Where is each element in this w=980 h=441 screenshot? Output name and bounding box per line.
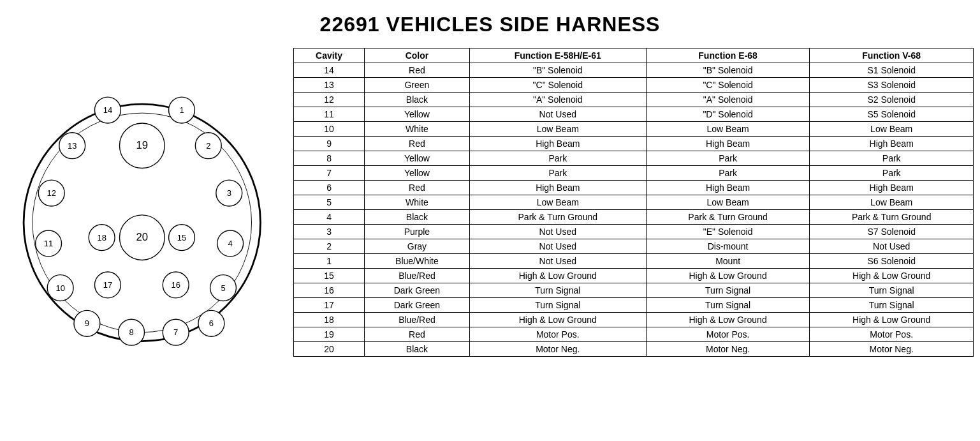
table-cell-18-1: Red [365,327,470,342]
table-cell-10-4: Park & Turn Ground [810,210,974,225]
table-cell-17-0: 18 [294,313,365,327]
svg-text:13: 13 [68,141,77,151]
table-cell-3-3: "D" Solenoid [646,107,810,122]
table-cell-0-4: S1 Solenoid [810,63,974,78]
table-cell-4-2: Low Beam [469,122,646,137]
table-cell-13-1: Blue/White [365,254,470,269]
table-cell-17-2: High & Low Ground [469,313,646,327]
col-header-cavity: Cavity [294,49,365,63]
table-cell-2-4: S2 Solenoid [810,93,974,107]
table-row: 4BlackPark & Turn GroundPark & Turn Grou… [294,210,974,225]
table-cell-6-2: Park [469,151,646,166]
table-cell-8-0: 6 [294,181,365,195]
table-cell-12-1: Gray [365,239,470,254]
table-cell-12-3: Dis-mount [646,239,810,254]
svg-text:6: 6 [209,318,214,328]
svg-text:7: 7 [173,327,178,337]
table-cell-15-3: Turn Signal [646,283,810,298]
table-cell-14-4: High & Low Ground [810,269,974,283]
table-cell-15-2: Turn Signal [469,283,646,298]
table-cell-8-2: High Beam [469,181,646,195]
svg-text:8: 8 [129,327,133,337]
table-cell-7-0: 7 [294,166,365,181]
svg-text:12: 12 [47,188,55,198]
table-cell-1-4: S3 Solenoid [810,78,974,93]
table-cell-9-1: White [365,195,470,210]
table-cell-19-2: Motor Neg. [469,342,646,357]
table-cell-11-0: 3 [294,225,365,239]
connector-diagram: 1411319212311182015410171659876 [6,48,274,380]
table-row: 11YellowNot Used"D" SolenoidS5 Solenoid [294,107,974,122]
svg-text:16: 16 [171,280,180,290]
table-cell-19-4: Motor Neg. [810,342,974,357]
connector-svg: 1411319212311182015410171659876 [6,48,274,380]
table-row: 8YellowParkParkPark [294,151,974,166]
table-cell-11-3: "E" Solenoid [646,225,810,239]
table-cell-8-1: Red [365,181,470,195]
table-row: 18Blue/RedHigh & Low GroundHigh & Low Gr… [294,313,974,327]
table-cell-2-3: "A" Solenoid [646,93,810,107]
table-cell-12-0: 2 [294,239,365,254]
svg-text:2: 2 [206,141,210,151]
table-cell-14-0: 15 [294,269,365,283]
svg-text:10: 10 [55,283,64,293]
table-cell-13-3: Mount [646,254,810,269]
table-row: 17Dark GreenTurn SignalTurn SignalTurn S… [294,298,974,313]
table-cell-11-2: Not Used [469,225,646,239]
table-row: 1Blue/WhiteNot UsedMountS6 Solenoid [294,254,974,269]
table-cell-6-0: 8 [294,151,365,166]
table-cell-9-3: Low Beam [646,195,810,210]
svg-text:18: 18 [97,233,106,243]
table-cell-3-4: S5 Solenoid [810,107,974,122]
table-cell-14-2: High & Low Ground [469,269,646,283]
table-row: 10WhiteLow BeamLow BeamLow Beam [294,122,974,137]
table-row: 7YellowParkParkPark [294,166,974,181]
table-cell-11-4: S7 Solenoid [810,225,974,239]
table-cell-9-2: Low Beam [469,195,646,210]
table-cell-5-2: High Beam [469,137,646,151]
table-cell-4-1: White [365,122,470,137]
table-cell-8-3: High Beam [646,181,810,195]
table-cell-16-2: Turn Signal [469,298,646,313]
table-cell-14-3: High & Low Ground [646,269,810,283]
table-row: 20BlackMotor Neg.Motor Neg.Motor Neg. [294,342,974,357]
table-cell-16-4: Turn Signal [810,298,974,313]
table-cell-4-3: Low Beam [646,122,810,137]
table-row: 14Red"B" Solenoid"B" SolenoidS1 Solenoid [294,63,974,78]
table-cell-18-4: Motor Pos. [810,327,974,342]
table-cell-3-2: Not Used [469,107,646,122]
table-cell-5-1: Red [365,137,470,151]
table-cell-5-3: High Beam [646,137,810,151]
table-cell-7-1: Yellow [365,166,470,181]
table-cell-10-0: 4 [294,210,365,225]
main-content: 1411319212311182015410171659876 Cavity C… [6,48,974,380]
col-header-e68: Function E-68 [646,49,810,63]
table-cell-1-1: Green [365,78,470,93]
table-cell-14-1: Blue/Red [365,269,470,283]
svg-text:3: 3 [227,188,231,198]
table-cell-13-0: 1 [294,254,365,269]
table-cell-5-4: High Beam [810,137,974,151]
table-cell-9-0: 5 [294,195,365,210]
table-cell-7-3: Park [646,166,810,181]
table-cell-19-1: Black [365,342,470,357]
table-cell-10-3: Park & Turn Ground [646,210,810,225]
svg-text:1: 1 [179,105,184,115]
table-cell-11-1: Purple [365,225,470,239]
table-cell-6-4: Park [810,151,974,166]
table-cell-2-1: Black [365,93,470,107]
table-body: 14Red"B" Solenoid"B" SolenoidS1 Solenoid… [294,63,974,357]
table-cell-17-3: High & Low Ground [646,313,810,327]
table-cell-12-2: Not Used [469,239,646,254]
table-row: 16Dark GreenTurn SignalTurn SignalTurn S… [294,283,974,298]
col-header-e58h: Function E-58H/E-61 [469,49,646,63]
table-row: 2GrayNot UsedDis-mountNot Used [294,239,974,254]
svg-text:17: 17 [103,280,112,290]
svg-text:11: 11 [44,239,53,248]
table-cell-13-4: S6 Solenoid [810,254,974,269]
col-header-color: Color [365,49,470,63]
harness-table-container: Cavity Color Function E-58H/E-61 Functio… [293,48,974,357]
svg-text:9: 9 [85,318,89,328]
table-cell-5-0: 9 [294,137,365,151]
table-cell-18-0: 19 [294,327,365,342]
